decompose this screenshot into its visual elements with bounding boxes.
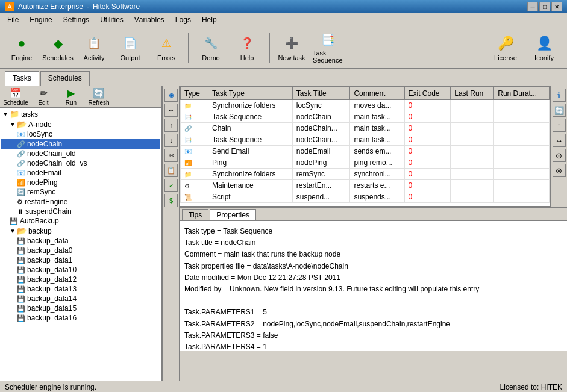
- cell-task-title: suspend...: [292, 191, 350, 203]
- tree-item-restartEngine[interactable]: ⚙ restartEngine: [1, 197, 160, 207]
- menu-help[interactable]: Help: [197, 14, 222, 26]
- task-sequence-icon: 📑: [318, 31, 337, 48]
- engine-button[interactable]: ● Engine: [5, 30, 39, 66]
- schedule-tool-button[interactable]: 📅 Schedule: [2, 87, 29, 107]
- refresh-icon: 🔄: [93, 87, 105, 99]
- cell-task-type: Script: [208, 191, 293, 203]
- table-row[interactable]: 📑 Task Sequence nodeChain... main task..…: [181, 134, 550, 146]
- table-row[interactable]: 📧 Send Email nodeEmail sends em... 0: [181, 146, 550, 157]
- activity-button[interactable]: 📋 Activity: [77, 30, 111, 66]
- tree-item-a-node[interactable]: ▼ 📂 A-node: [1, 119, 160, 129]
- task-sequence-button[interactable]: 📑 Task Sequence: [311, 30, 345, 66]
- side-btn-6[interactable]: 📋: [164, 164, 178, 177]
- tree-arrow-backup[interactable]: ▼: [10, 228, 16, 234]
- tree-item-nodeChain-old-vs[interactable]: 🔗 nodeChain_old_vs: [1, 158, 160, 168]
- edit-tool-button[interactable]: ✏ Edit: [30, 87, 57, 107]
- right-side-circle-btn[interactable]: ⊙: [553, 149, 566, 162]
- close-button[interactable]: ✕: [551, 2, 562, 11]
- menu-file[interactable]: File: [2, 14, 23, 26]
- menu-settings[interactable]: Settings: [58, 14, 94, 26]
- col-run-duration: Run Durat...: [494, 87, 550, 100]
- tree-item-remSync[interactable]: 🔄 remSync: [1, 187, 160, 197]
- right-side-info-btn[interactable]: ℹ: [553, 89, 566, 102]
- menu-utilities[interactable]: Utilities: [95, 14, 128, 26]
- tree-label-a-node: A-node: [28, 120, 52, 129]
- tree-label-nodeEmail: nodeEmail: [27, 169, 61, 177]
- refresh-tool-button[interactable]: 🔄 Refresh: [86, 87, 112, 107]
- cell-run-duration: [494, 134, 550, 146]
- right-side-expand-btn[interactable]: ↔: [553, 134, 566, 147]
- tree-item-backup-data1[interactable]: 💾 backup_data1: [1, 255, 160, 265]
- side-btn-5[interactable]: ✂: [164, 149, 178, 162]
- cell-exit-code: 0: [404, 134, 451, 146]
- side-btn-8[interactable]: $: [164, 194, 178, 207]
- tree-item-backup-data0[interactable]: 💾 backup_data0: [1, 246, 160, 255]
- tree-item-nodeChain-old[interactable]: 🔗 nodeChain_old: [1, 149, 160, 158]
- tree-item-AutoBackup[interactable]: 💾 AutoBackup: [1, 216, 160, 226]
- output-button[interactable]: 📄 Output: [113, 30, 147, 66]
- schedules-button[interactable]: ◆ Schedules: [41, 30, 75, 66]
- demo-button[interactable]: 🔧 Demo: [194, 30, 228, 66]
- tree-item-locSync[interactable]: 📧 locSync: [1, 129, 160, 139]
- side-btn-3[interactable]: ↑: [164, 119, 178, 132]
- new-task-button[interactable]: ➕ New task: [275, 30, 309, 66]
- file-tree[interactable]: ▼ 📁 tasks ▼ 📂 A-node 📧 locSync 🔗 nodeCha…: [0, 108, 161, 381]
- tree-item-backup-data10[interactable]: 💾 backup_data10: [1, 265, 160, 275]
- demo-icon: 🔧: [201, 34, 221, 53]
- right-side-gear-btn[interactable]: ⊗: [553, 164, 566, 177]
- side-btn-7[interactable]: ✓: [164, 179, 178, 192]
- cell-run-duration: [494, 146, 550, 157]
- side-btn-2[interactable]: ↔: [164, 104, 178, 117]
- table-scroll[interactable]: Type Task Type Task Title Comment Exit C…: [180, 87, 550, 206]
- tree-item-backup-data15[interactable]: 💾 backup_data15: [1, 303, 160, 313]
- side-btn-4[interactable]: ↓: [164, 134, 178, 147]
- cell-exit-code: 0: [404, 157, 451, 169]
- tree-item-backup-data[interactable]: 💾 backup_data: [1, 236, 160, 246]
- menu-engine[interactable]: Engine: [25, 14, 57, 26]
- errors-button[interactable]: ⚠ Errors: [149, 30, 183, 66]
- minimize-button[interactable]: ─: [527, 2, 538, 11]
- tree-arrow-tasks[interactable]: ▼: [2, 111, 8, 117]
- table-row[interactable]: ⚙ Maintenance restartEn... restarts e...…: [181, 180, 550, 191]
- menu-variables[interactable]: Variables: [130, 14, 169, 26]
- table-row[interactable]: 📁 Synchronize folders remSync synchroni.…: [181, 169, 550, 180]
- tree-item-nodePing[interactable]: 📶 nodePing: [1, 178, 160, 187]
- tree-label-backup-data10: backup_data10: [27, 266, 77, 274]
- right-side-up-btn[interactable]: ↑: [553, 119, 566, 132]
- tree-item-backup-data16[interactable]: 💾 backup_data16: [1, 313, 160, 323]
- side-btn-1[interactable]: ⊕: [164, 89, 178, 102]
- tree-arrow-a-node[interactable]: ▼: [10, 121, 16, 128]
- cell-task-title: restartEn...: [292, 180, 350, 191]
- tree-item-suspendChain[interactable]: ⏸ suspendChain: [1, 207, 160, 216]
- title-bar-left: A Automize Enterprise - Hitek Software: [5, 2, 140, 11]
- help-button[interactable]: ❓ Help: [230, 30, 264, 66]
- tree-item-nodeChain[interactable]: 🔗 nodeChain: [1, 139, 160, 149]
- table-row[interactable]: 🔗 Chain nodeChain... main task... 0: [181, 123, 550, 134]
- tree-item-backup-data13[interactable]: 💾 backup_data13: [1, 284, 160, 294]
- help-label: Help: [240, 54, 254, 61]
- cell-run-duration: [494, 111, 550, 123]
- cell-comment: main task...: [350, 134, 404, 146]
- tree-item-nodeEmail[interactable]: 📧 nodeEmail: [1, 168, 160, 178]
- file-icon-nodeChain: 🔗: [17, 140, 25, 148]
- tree-item-tasks[interactable]: ▼ 📁 tasks: [1, 109, 160, 119]
- table-row[interactable]: 📑 Task Sequence nodeChain main task... 0: [181, 111, 550, 123]
- col-task-title: Task Title: [292, 87, 350, 100]
- tab-tips[interactable]: Tips: [182, 209, 208, 220]
- table-row[interactable]: 📜 Script suspend... suspends... 0: [181, 191, 550, 203]
- menu-logs[interactable]: Logs: [171, 14, 196, 26]
- run-tool-button[interactable]: ▶ Run: [58, 87, 84, 107]
- maximize-button[interactable]: □: [539, 2, 550, 11]
- right-side-refresh-btn[interactable]: 🔄: [553, 104, 566, 117]
- table-row[interactable]: 📁 Synchronize folders locSync moves da..…: [181, 100, 550, 111]
- license-button[interactable]: 🔑 License: [487, 30, 524, 66]
- tree-item-backup[interactable]: ▼ 📂 backup: [1, 226, 160, 236]
- tab-schedules[interactable]: Schedules: [40, 71, 90, 86]
- iconify-button[interactable]: 👤 Iconify: [526, 30, 562, 66]
- tab-properties[interactable]: Properties: [210, 209, 256, 220]
- tab-tasks[interactable]: Tasks: [5, 71, 39, 86]
- tree-item-backup-data12[interactable]: 💾 backup_data12: [1, 275, 160, 284]
- task-sequence-label: Task Sequence: [313, 49, 343, 64]
- tree-item-backup-data14[interactable]: 💾 backup_data14: [1, 294, 160, 303]
- table-row[interactable]: 📶 Ping nodePing ping remo... 0: [181, 157, 550, 169]
